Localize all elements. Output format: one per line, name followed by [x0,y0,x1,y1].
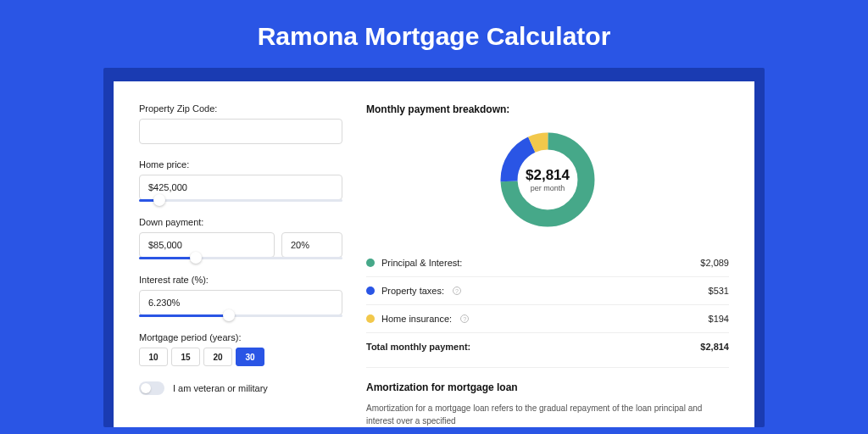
interest-rate-slider[interactable] [139,314,342,317]
home-price-input[interactable] [139,175,342,200]
amortization-title: Amortization for mortgage loan [366,381,729,393]
down-payment-label: Down payment: [139,217,342,227]
donut-chart-wrap: $2,814 per month [366,129,729,231]
legend-dot-icon [366,314,375,323]
breakdown-column: Monthly payment breakdown: $2,814 per mo… [366,103,729,427]
zip-field: Property Zip Code: [139,103,342,144]
info-icon[interactable]: ? [460,314,469,323]
zip-input[interactable] [139,119,342,144]
form-column: Property Zip Code: Home price: Down paym… [139,103,342,427]
calculator-panel: Property Zip Code: Home price: Down paym… [114,81,754,427]
breakdown-row: Principal & Interest:$2,089 [366,249,729,276]
period-option-15[interactable]: 15 [171,348,200,366]
page-title: Ramona Mortgage Calculator [0,0,868,68]
zip-label: Property Zip Code: [139,103,342,114]
veteran-row: I am veteran or military [139,381,342,395]
down-payment-slider[interactable] [139,257,342,259]
total-value: $2,814 [700,342,729,352]
breakdown-item-name: Home insurance: [381,314,452,324]
donut-sub: per month [531,184,565,192]
info-icon[interactable]: ? [453,287,461,295]
down-payment-percent-input[interactable] [281,232,342,258]
panel-backdrop: Property Zip Code: Home price: Down paym… [103,68,765,427]
mortgage-period-segmented: 10152030 [139,348,264,366]
interest-rate-field: Interest rate (%): [139,275,342,317]
breakdown-rows: Principal & Interest:$2,089Property taxe… [366,249,729,332]
home-price-slider[interactable] [139,199,342,202]
down-payment-amount-input[interactable] [139,232,275,258]
home-price-label: Home price: [139,159,342,170]
legend-dot-icon [366,259,375,267]
breakdown-row: Property taxes:?$531 [366,276,729,304]
breakdown-item-name: Property taxes: [381,286,444,296]
home-price-field: Home price: [139,159,342,202]
breakdown-total-row: Total monthly payment: $2,814 [366,332,729,360]
veteran-label: I am veteran or military [173,383,268,393]
down-payment-slider-thumb[interactable] [190,252,202,264]
total-label: Total monthly payment: [366,342,470,352]
period-option-30[interactable]: 30 [236,348,264,366]
interest-rate-label: Interest rate (%): [139,275,342,285]
legend-dot-icon [366,287,375,295]
breakdown-item-value: $194 [709,314,729,324]
veteran-toggle[interactable] [139,381,164,395]
donut-chart: $2,814 per month [497,129,598,231]
breakdown-item-value: $531 [709,286,729,296]
breakdown-row: Home insurance:?$194 [366,304,729,332]
home-price-slider-thumb[interactable] [153,194,165,206]
period-option-10[interactable]: 10 [139,348,168,366]
mortgage-period-field: Mortgage period (years): 10152030 [139,332,342,366]
down-payment-field: Down payment: [139,217,342,259]
amortization-section: Amortization for mortgage loan Amortizat… [366,367,729,427]
mortgage-period-label: Mortgage period (years): [139,332,342,342]
breakdown-item-value: $2,089 [700,258,729,268]
breakdown-title: Monthly payment breakdown: [366,103,729,115]
toggle-dot-icon [141,383,151,393]
donut-amount: $2,814 [526,167,570,184]
donut-center: $2,814 per month [497,129,598,231]
interest-rate-slider-thumb[interactable] [223,309,235,321]
period-option-20[interactable]: 20 [203,348,232,366]
interest-rate-input[interactable] [139,290,342,315]
amortization-text: Amortization for a mortgage loan refers … [366,402,729,427]
breakdown-item-name: Principal & Interest: [381,258,462,268]
